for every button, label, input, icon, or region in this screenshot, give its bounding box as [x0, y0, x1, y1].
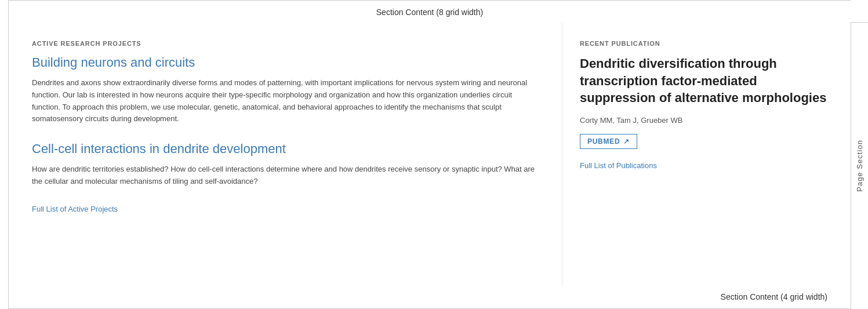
page-section-tab-label: Page Section	[855, 140, 864, 192]
project-1-title[interactable]: Building neurons and circuits	[32, 55, 539, 70]
external-link-icon: ↗	[623, 137, 630, 146]
publication-title: Dendritic diversification through transc…	[580, 55, 833, 107]
pubmed-label: PUBMED	[587, 137, 620, 146]
project-1-description: Dendrites and axons show extraordinarily…	[32, 77, 539, 125]
top-section-label-box: Section Content (8 grid width)	[8, 0, 851, 23]
pubmed-button[interactable]: PUBMED ↗	[580, 134, 637, 149]
full-list-active-projects-link[interactable]: Full List of Active Projects	[32, 205, 118, 213]
left-column: ACTIVE RESEARCH PROJECTS Building neuron…	[9, 23, 562, 286]
bottom-section-label: Section Content (4 grid width)	[721, 292, 827, 301]
top-section-label: Section Content (8 grid width)	[376, 8, 483, 17]
full-list-publications-link[interactable]: Full List of Publications	[580, 161, 657, 170]
project-2-description: How are dendritic territories establishe…	[32, 163, 539, 188]
page-section-tab-container: Page Section	[851, 23, 868, 309]
active-research-label: ACTIVE RESEARCH PROJECTS	[32, 40, 539, 47]
publication-authors: Corty MM, Tam J, Grueber WB	[580, 116, 833, 125]
bottom-section-label-box: Section Content (4 grid width)	[8, 286, 851, 309]
recent-publication-label: RECENT PUBLICATION	[580, 40, 833, 47]
right-column: RECENT PUBLICATION Dendritic diversifica…	[562, 23, 851, 286]
project-2-title[interactable]: Cell-cell interactions in dendrite devel…	[32, 141, 539, 157]
